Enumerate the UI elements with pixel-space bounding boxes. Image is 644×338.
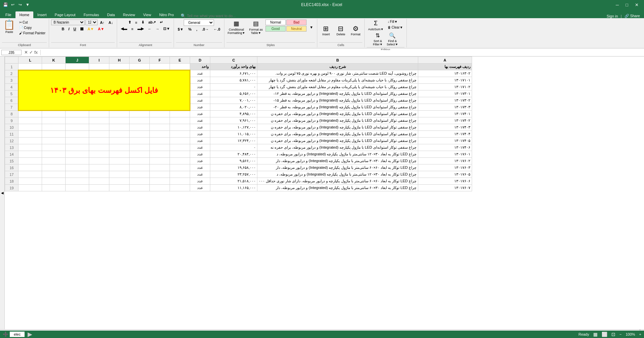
font-increase-button[interactable]: A↑: [98, 20, 106, 25]
sheet-tabs[interactable]: elec: [10, 332, 25, 337]
decrease-indent-button[interactable]: ←: [146, 26, 153, 32]
align-center-button[interactable]: ≡: [130, 26, 135, 32]
ribbon-search-input[interactable]: [187, 14, 254, 18]
dropdown-icon[interactable]: ▼: [25, 2, 30, 7]
find-select-button[interactable]: 🔍 Find &Select▼: [385, 32, 399, 46]
conditional-formatting-button[interactable]: ▦ ConditionalFormatting▼: [226, 20, 247, 35]
grid-scroll-area[interactable]: L K J I H G F E D C B A: [5, 57, 644, 329]
delete-cells-button[interactable]: ⊟ Delete: [334, 25, 348, 37]
cell-reference-box[interactable]: [1, 50, 22, 55]
clear-button[interactable]: 🗑 Clear▼: [386, 25, 404, 30]
align-bottom-button[interactable]: ⬇: [140, 20, 146, 25]
copy-button[interactable]: 📄 Copy: [18, 26, 47, 30]
tab-nitro-pro[interactable]: Nitro Pro: [155, 11, 178, 18]
corner-header: [5, 57, 19, 64]
redo-icon[interactable]: ↪: [17, 2, 23, 7]
font-color-button[interactable]: A▼: [96, 26, 106, 32]
style-bad[interactable]: Bad: [286, 20, 307, 25]
sort-filter-button[interactable]: ⇅ Sort &Filter▼: [371, 32, 384, 46]
paste-button[interactable]: 📋 Paste: [2, 20, 16, 34]
insert-cells-button[interactable]: ⊞ Insert: [319, 25, 333, 37]
format-cells-button[interactable]: ⚙ Format: [349, 25, 362, 37]
orientation-button[interactable]: ab↗: [147, 20, 157, 25]
col-header-I[interactable]: I: [89, 57, 109, 64]
table-row: 2 فایل اکسل فهرست بهای برق ۱۴۰۳ عدد ۶,۶۷…: [5, 70, 472, 77]
insert-function-icon[interactable]: fx: [34, 50, 38, 55]
format-painter-button[interactable]: 🖌 Format Painter: [18, 31, 47, 35]
undo-icon[interactable]: ↩: [10, 2, 15, 7]
scroll-left-button[interactable]: ◀: [0, 57, 5, 329]
tab-data[interactable]: Data: [103, 11, 119, 18]
confirm-formula-icon[interactable]: ✓: [29, 50, 33, 55]
fill-button[interactable]: ↓ Fill▼: [386, 20, 404, 24]
fill-color-button[interactable]: A▼: [86, 26, 96, 32]
zoom-out-button[interactable]: −: [619, 332, 621, 336]
align-middle-button[interactable]: ≡: [134, 20, 139, 25]
col-header-L[interactable]: L: [19, 57, 42, 64]
col-header-G[interactable]: G: [130, 57, 150, 64]
increase-indent-button[interactable]: →: [154, 26, 161, 32]
percent-button[interactable]: %: [186, 27, 193, 32]
col-header-E[interactable]: E: [170, 57, 190, 64]
tab-page-layout[interactable]: Page Layout: [51, 11, 80, 18]
sheet-tab-elec[interactable]: elec: [10, 332, 25, 337]
font-size-select[interactable]: 12: [85, 20, 98, 25]
tab-file[interactable]: File: [1, 11, 15, 18]
col-header-D[interactable]: D: [190, 57, 210, 64]
col-header-A[interactable]: A: [418, 57, 472, 64]
underline-button[interactable]: U: [72, 26, 78, 32]
tab-insert[interactable]: Insert: [33, 11, 51, 18]
quick-access-toolbar[interactable]: 💾 ↩ ↪ ▼: [3, 2, 30, 7]
ribbon-tabs[interactable]: File Home Insert Page Layout Formulas Da…: [0, 9, 644, 18]
decrease-decimal-button[interactable]: ←.0: [212, 27, 222, 32]
col-header-B[interactable]: B: [257, 57, 418, 64]
col-header-K[interactable]: K: [42, 57, 66, 64]
align-left-button[interactable]: ◀▬: [119, 26, 129, 32]
col-header-F[interactable]: F: [150, 57, 170, 64]
col-header-C[interactable]: C: [210, 57, 257, 64]
view-page-layout-button[interactable]: ⬜: [602, 332, 607, 337]
accounting-format-button[interactable]: $▼: [176, 27, 185, 32]
sign-in-button[interactable]: Sign in: [607, 14, 618, 18]
comma-button[interactable]: ,: [194, 27, 199, 32]
font-family-select[interactable]: B Nazanin: [51, 20, 85, 25]
close-button[interactable]: ✕: [632, 2, 641, 7]
view-normal-button[interactable]: ▦: [593, 332, 598, 337]
share-button[interactable]: 🔗 Share: [624, 14, 640, 18]
tab-formulas[interactable]: Formulas: [79, 11, 103, 18]
italic-button[interactable]: I: [67, 26, 71, 32]
merge-center-button[interactable]: ⊡▼: [162, 26, 172, 32]
tab-home[interactable]: Home: [15, 11, 33, 18]
col-header-J[interactable]: J: [66, 57, 89, 64]
font-decrease-button[interactable]: A↓: [107, 20, 115, 25]
tab-review[interactable]: Review: [119, 11, 139, 18]
zoom-in-button[interactable]: +: [639, 332, 641, 336]
format-as-table-button[interactable]: ▤ Format asTable▼: [248, 20, 264, 35]
align-top-button[interactable]: ⬆: [127, 20, 133, 25]
wrap-text-button[interactable]: ↵: [158, 20, 165, 25]
view-page-break-button[interactable]: ⊡: [611, 332, 615, 337]
number-format-select[interactable]: General: [184, 20, 214, 26]
table-row: 17 عدد ۲۳,۲۵۷,۰۰۰ چراغ LED توکار به ابعا…: [5, 171, 472, 178]
add-sheet-button[interactable]: ➕: [3, 332, 8, 337]
border-button[interactable]: ▦: [78, 26, 85, 32]
table-row: 10 عدد ۱۰,۱۲۷,۰۰۰ چراغ سقفی توکار استوان…: [5, 124, 472, 131]
save-icon[interactable]: 💾: [3, 2, 8, 7]
col-header-H[interactable]: H: [109, 57, 130, 64]
style-good[interactable]: Good: [265, 26, 286, 32]
tab-view[interactable]: View: [139, 11, 155, 18]
maximize-button[interactable]: □: [623, 2, 631, 7]
formula-input[interactable]: [42, 50, 643, 55]
minimize-button[interactable]: ─: [613, 2, 621, 7]
style-normal[interactable]: Normal: [265, 20, 286, 25]
increase-decimal-button[interactable]: .0→: [200, 27, 210, 32]
style-neutral[interactable]: Neutral: [286, 26, 307, 32]
cancel-formula-icon[interactable]: ✕: [24, 50, 28, 55]
align-right-button[interactable]: ▬▶: [136, 26, 145, 32]
autosum-button[interactable]: Σ AutoSum▼: [367, 20, 385, 31]
window-controls[interactable]: ─ □ ✕: [613, 2, 641, 7]
cut-button[interactable]: ✂ Cut: [18, 20, 47, 25]
styles-expand-button[interactable]: ▼: [308, 20, 315, 35]
bold-button[interactable]: B: [60, 26, 66, 32]
sheet-navigation-right[interactable]: ▶: [28, 331, 32, 337]
